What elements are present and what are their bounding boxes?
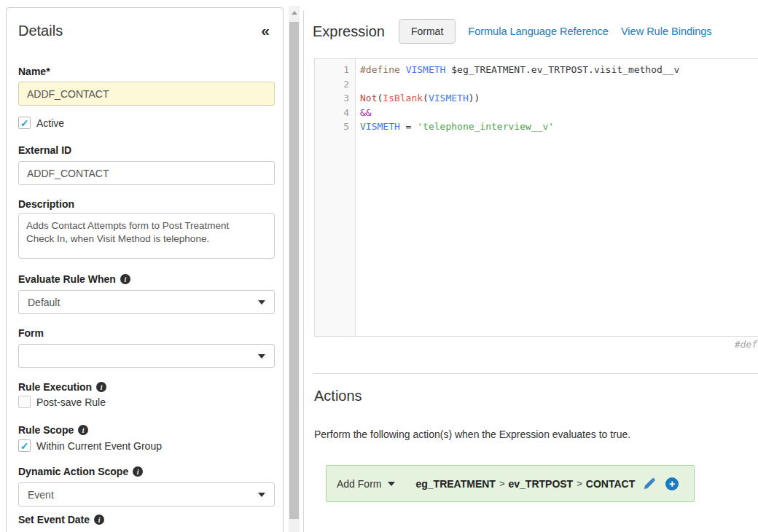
action-row: Add Form eg_TREATMENT>ev_TRTPOST>CONTACT… (326, 465, 695, 502)
rule-execution-label-text: Rule Execution (18, 381, 92, 393)
dynamic-action-scope-label: Dynamic Action Scope i (18, 466, 271, 477)
scrollbar-thumb[interactable] (289, 22, 299, 519)
info-icon[interactable]: i (120, 274, 130, 284)
dynamic-action-scope-value: Event (28, 489, 54, 501)
vertical-scrollbar[interactable] (289, 6, 300, 532)
clipped-field-label: Set Event Date i (18, 514, 271, 525)
chevron-down-icon (258, 493, 265, 497)
details-panel-title: Details (18, 23, 63, 39)
path-segment: CONTACT (586, 478, 635, 490)
expression-pane: Expression Format Formula Language Refer… (303, 10, 758, 532)
rule-editor-page: Details « Name* ✓ Active External ID Des… (0, 0, 758, 532)
evaluate-rule-when-label-text: Evaluate Rule When (18, 273, 116, 285)
code-line: Not(IsBlank(VISMETH)) (360, 91, 758, 106)
check-icon: ✓ (20, 118, 29, 128)
info-icon[interactable]: i (78, 425, 88, 435)
name-label: Name* (18, 66, 271, 77)
evaluate-rule-when-select[interactable]: Default (18, 290, 275, 314)
rule-scope-label-text: Rule Scope (18, 424, 74, 436)
path-separator: > (496, 478, 509, 489)
external-id-label: External ID (18, 144, 271, 156)
chevron-down-icon (258, 300, 265, 305)
active-checkbox[interactable]: ✓ (18, 117, 31, 129)
evaluate-rule-when-label: Evaluate Rule When i (18, 273, 271, 285)
path-separator: > (573, 478, 586, 489)
add-action-plus-icon[interactable]: + (665, 477, 679, 490)
edit-pencil-icon[interactable] (643, 477, 656, 490)
collapse-panel-icon[interactable]: « (259, 23, 271, 39)
description-line: Check In, when Visit Method is telephone… (26, 232, 267, 246)
description-textarea[interactable]: Adds Contact Attempts form to Post Treat… (18, 213, 275, 259)
code-line: && (360, 106, 758, 120)
view-rule-bindings-link[interactable]: View Rule Bindings (621, 26, 712, 37)
rule-execution-label: Rule Execution i (18, 381, 271, 393)
post-save-rule-checkbox[interactable]: ✓ (18, 396, 31, 408)
name-input[interactable] (18, 82, 275, 106)
section-divider (313, 373, 758, 374)
scrollbar-up-button[interactable] (289, 6, 300, 19)
arrow-up-icon (292, 11, 297, 15)
path-segment: eg_TREATMENT (415, 478, 495, 490)
form-select[interactable] (18, 344, 275, 368)
active-label: Active (36, 117, 64, 129)
path-segment: ev_TRTPOST (508, 478, 573, 490)
rule-scope-label: Rule Scope i (18, 424, 271, 436)
action-path-breadcrumb: eg_TREATMENT>ev_TRTPOST>CONTACT (415, 478, 635, 490)
description-line: Adds Contact Attempts form to Post Treat… (26, 219, 267, 232)
format-button[interactable]: Format (399, 19, 456, 44)
chevron-down-icon (258, 354, 265, 359)
post-save-rule-label: Post-save Rule (36, 396, 106, 408)
within-current-event-group-checkbox[interactable]: ✓ (18, 439, 31, 452)
add-form-dropdown-button[interactable]: Add Form (337, 478, 395, 490)
editor-ghost-hint: #def (313, 339, 758, 350)
info-icon[interactable]: i (133, 466, 143, 477)
info-icon[interactable]: i (96, 382, 106, 392)
expression-code-lines[interactable]: #define VISMETH $eg_TREATMENT.ev_TRTPOST… (356, 59, 758, 336)
external-id-input[interactable] (18, 161, 275, 185)
check-icon: ✓ (20, 441, 29, 451)
form-label: Form (18, 327, 271, 339)
expression-code-editor[interactable]: 12345 #define VISMETH $eg_TREATMENT.ev_T… (314, 58, 758, 337)
within-current-event-group-label: Within Current Event Group (36, 440, 162, 452)
chevron-down-icon (388, 482, 395, 486)
details-panel: Details « Name* ✓ Active External ID Des… (6, 7, 284, 532)
dynamic-action-scope-label-text: Dynamic Action Scope (18, 466, 128, 477)
dynamic-action-scope-select[interactable]: Event (18, 482, 275, 506)
expression-title: Expression (313, 23, 385, 40)
description-label: Description (18, 198, 271, 210)
add-form-label: Add Form (337, 478, 381, 490)
code-line: VISMETH = 'telephone_interview__v' (360, 120, 758, 134)
formula-language-reference-link[interactable]: Formula Language Reference (468, 26, 609, 37)
clipped-field-label-text: Set Event Date (18, 514, 90, 525)
actions-description: Perform the following action(s) when the… (314, 429, 758, 440)
info-icon[interactable]: i (94, 515, 104, 525)
actions-title: Actions (314, 388, 758, 404)
evaluate-rule-when-value: Default (28, 297, 60, 308)
code-line (360, 77, 758, 92)
editor-line-numbers: 12345 (315, 59, 356, 336)
code-line: #define VISMETH $eg_TREATMENT.ev_TRTPOST… (360, 63, 758, 77)
